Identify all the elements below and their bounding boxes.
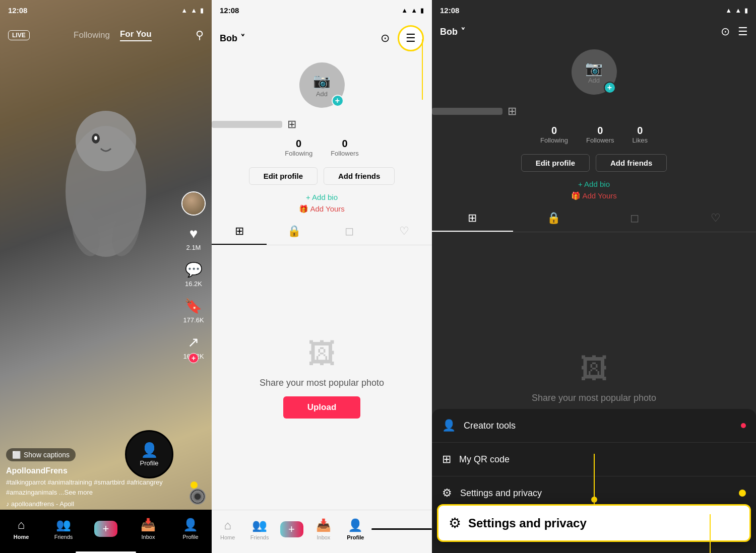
followers-stat: 0 Followers bbox=[331, 138, 359, 157]
bottom-indicator bbox=[371, 528, 432, 530]
following-tab[interactable]: Following bbox=[74, 30, 110, 40]
dark-add-label: Add bbox=[588, 77, 600, 84]
create-plus-button[interactable]: + bbox=[94, 521, 117, 537]
dark-add-bio[interactable]: + Add bio bbox=[432, 180, 756, 188]
share-icon: ↗ bbox=[187, 334, 199, 351]
light-home-nav[interactable]: ⌂ Home bbox=[212, 518, 243, 540]
profile-light-avatar-section: 📷 Add + bbox=[212, 54, 432, 113]
dark-status-time: 12:08 bbox=[440, 6, 459, 15]
live-badge[interactable]: LIVE bbox=[8, 30, 30, 40]
feed-creator-avatar[interactable] bbox=[181, 191, 206, 216]
following-label: Following bbox=[285, 150, 312, 157]
bookmark-icon: 🔖 bbox=[184, 298, 202, 314]
battery-icon: ▮ bbox=[420, 7, 424, 14]
signal-icon: ▲ bbox=[191, 7, 197, 14]
profile-label: Profile bbox=[347, 534, 364, 540]
grid-tab[interactable]: ⊞ bbox=[212, 219, 267, 245]
dark-followers-stat: 0 Followers bbox=[586, 125, 614, 144]
qr-code-icon[interactable]: ⊞ bbox=[287, 118, 296, 131]
add-friends-button[interactable]: Add friends bbox=[324, 167, 395, 185]
parrot-image bbox=[50, 91, 161, 267]
dark-handle-placeholder bbox=[432, 108, 502, 115]
dark-grid-tab[interactable]: ⊞ bbox=[432, 205, 513, 232]
dark-header-icons: ⊙ ☰ bbox=[721, 25, 748, 38]
add-yours-row[interactable]: 🎁 Add Yours bbox=[212, 204, 432, 214]
creator-tools-icon: 👤 bbox=[442, 419, 456, 432]
settings-privacy-popup: ⚙ Settings and privacy bbox=[437, 504, 751, 542]
dark-liked-tab[interactable]: ♡ bbox=[675, 205, 756, 232]
follow-plus-badge[interactable]: + bbox=[188, 353, 199, 363]
followers-count: 0 bbox=[342, 138, 347, 150]
coin-icon[interactable]: ⊙ bbox=[381, 32, 390, 45]
dark-tab-row: ⊞ 🔒 ◻ ♡ bbox=[432, 205, 756, 232]
liked-tab[interactable]: ♡ bbox=[377, 219, 432, 245]
dark-edit-profile-btn[interactable]: Edit profile bbox=[521, 154, 590, 172]
battery-icon: ▮ bbox=[744, 7, 748, 14]
profile-light-panel: 12:08 ▲ ▲ ▮ Bob ˅ ⊙ ☰ 📷 Add + ⊞ bbox=[212, 0, 432, 553]
dark-coin-icon[interactable]: ⊙ bbox=[721, 25, 730, 38]
settings-popup-text: Settings and privacy bbox=[468, 516, 587, 530]
profile-icon: 👤 bbox=[348, 518, 363, 532]
dark-avatar-plus[interactable]: + bbox=[604, 82, 616, 94]
settings-yellow-dot bbox=[739, 490, 746, 497]
saved-tab[interactable]: 🔒 bbox=[267, 219, 322, 245]
comment-action[interactable]: 💬 16.2K bbox=[185, 261, 203, 288]
like-count: 2.1M bbox=[186, 244, 201, 251]
inbox-nav-item[interactable]: 📥 Inbox bbox=[127, 518, 169, 540]
dark-add-friends-btn[interactable]: Add friends bbox=[596, 154, 667, 172]
profile-nav-highlight[interactable]: 👤 Profile bbox=[125, 430, 173, 478]
light-create-nav[interactable]: + bbox=[276, 521, 307, 537]
dark-saved-tab[interactable]: 🔒 bbox=[513, 205, 594, 232]
qr-code-label: My QR code bbox=[459, 454, 510, 465]
dark-likes-stat: 0 Likes bbox=[633, 125, 648, 144]
dark-following-count: 0 bbox=[551, 125, 557, 136]
light-inbox-nav[interactable]: 📥 Inbox bbox=[307, 518, 339, 540]
dark-photo-icon: 🖼 bbox=[580, 352, 608, 385]
upload-button[interactable]: Upload bbox=[283, 396, 361, 419]
yellow-indicator-dot bbox=[191, 481, 198, 489]
profile-content-text: Share your most popular photo bbox=[260, 378, 384, 388]
chevron-down-icon[interactable]: ˅ bbox=[240, 33, 245, 44]
creator-tools-menu-item[interactable]: 👤 Creator tools bbox=[432, 409, 756, 443]
comment-count: 16.2K bbox=[185, 280, 202, 288]
friends-nav-item[interactable]: 👥 Friends bbox=[42, 518, 85, 540]
profile-light-bottom-nav: ⌂ Home 👥 Friends + 📥 Inbox 👤 Profile bbox=[212, 510, 432, 553]
dark-username: Bob ˅ bbox=[440, 26, 465, 37]
like-action[interactable]: ♥ 2.1M bbox=[186, 226, 201, 251]
home-icon: ⌂ bbox=[18, 518, 25, 532]
profile-light-btn-row: Edit profile Add friends bbox=[212, 167, 432, 185]
dark-profile-nav-yellow-dot bbox=[591, 497, 597, 503]
light-profile-nav[interactable]: 👤 Profile bbox=[340, 518, 371, 540]
for-you-tab[interactable]: For You bbox=[120, 29, 152, 41]
dark-tagged-tab[interactable]: ◻ bbox=[594, 205, 675, 232]
dark-likes-label: Likes bbox=[633, 136, 648, 144]
handle-placeholder bbox=[212, 121, 282, 128]
profile-light-tabs: ⊞ 🔒 ◻ ♡ bbox=[212, 219, 432, 245]
feed-top-nav: LIVE Following For You ⚲ bbox=[0, 20, 212, 50]
dark-content-area: 🖼 Share your most popular photo Upload ⚙… bbox=[432, 232, 756, 553]
dark-followers-count: 0 bbox=[597, 125, 603, 136]
feed-status-icons: ▲ ▲ ▮ bbox=[181, 7, 204, 14]
create-button[interactable]: + bbox=[280, 521, 303, 537]
tagged-tab[interactable]: ◻ bbox=[322, 219, 377, 245]
light-friends-nav[interactable]: 👥 Friends bbox=[243, 518, 275, 540]
chevron-down-icon[interactable]: ˅ bbox=[461, 26, 465, 37]
hamburger-menu-button[interactable]: ☰ bbox=[398, 25, 424, 51]
profile-dark-panel: 12:08 ▲ ▲ ▮ Bob ˅ ⊙ ☰ 📷 Add + ⊞ bbox=[432, 0, 756, 553]
show-captions-btn[interactable]: ⬜ Show captions bbox=[6, 448, 76, 461]
dark-hamburger-icon[interactable]: ☰ bbox=[738, 25, 748, 38]
add-bio-row[interactable]: + Add bio bbox=[212, 193, 432, 201]
avatar-plus-button[interactable]: + bbox=[332, 95, 344, 107]
wifi-icon: ▲ bbox=[725, 7, 732, 14]
search-icon[interactable]: ⚲ bbox=[196, 29, 204, 42]
dark-qr-icon[interactable]: ⊞ bbox=[508, 105, 517, 118]
home-nav-item[interactable]: ⌂ Home bbox=[0, 518, 42, 540]
edit-profile-button[interactable]: Edit profile bbox=[249, 167, 318, 185]
dark-stats: 0 Following 0 Followers 0 Likes bbox=[432, 125, 756, 144]
comment-icon: 💬 bbox=[185, 261, 203, 278]
bookmark-action[interactable]: 🔖 177.6K bbox=[183, 298, 204, 324]
create-nav-item[interactable]: + bbox=[85, 521, 127, 537]
profile-light-status-bar: 12:08 ▲ ▲ ▮ bbox=[212, 0, 432, 20]
profile-nav-item[interactable]: 👤 Profile bbox=[169, 518, 212, 540]
dark-add-yours[interactable]: 🎁 Add Yours bbox=[432, 191, 756, 200]
